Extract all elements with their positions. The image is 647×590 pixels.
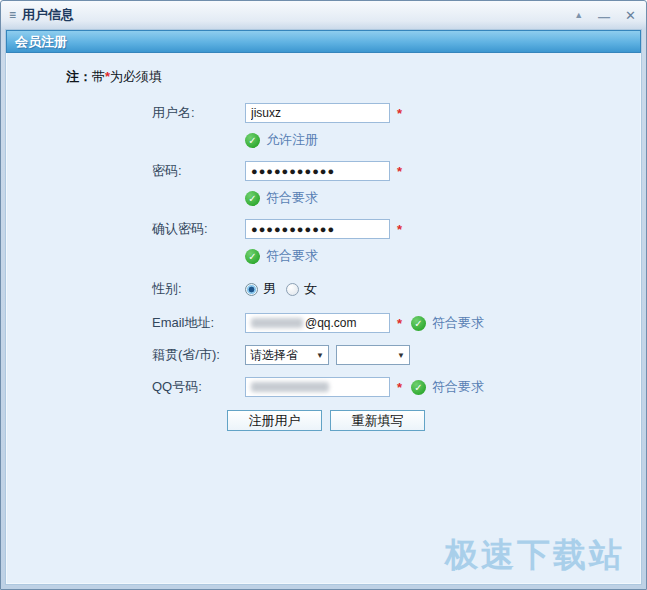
confirm-password-status: ✓ 符合要求 [245, 248, 641, 264]
gender-radio-group: 男 女 [245, 280, 317, 298]
qq-required-star: * [397, 380, 402, 395]
username-status-text: 允许注册 [266, 131, 318, 149]
qq-status-text: 符合要求 [432, 378, 484, 396]
note-before: 带 [92, 69, 105, 84]
password-label: 密码: [152, 162, 245, 180]
chevron-down-icon[interactable]: ▼ [393, 351, 409, 360]
check-circle-icon: ✓ [245, 133, 260, 148]
gender-female-label: 女 [304, 280, 317, 298]
username-status: ✓ 允许注册 [245, 132, 641, 148]
confirm-password-row: 确认密码: * [152, 218, 641, 240]
check-circle-icon: ✓ [411, 380, 426, 395]
qq-row: QQ号码: * ✓ 符合要求 [152, 376, 641, 398]
watermark: 极速下载站 [445, 533, 625, 578]
province-select[interactable]: 请选择省 ▼ [245, 345, 329, 365]
password-row: 密码: * [152, 160, 641, 182]
username-required-star: * [397, 106, 402, 121]
required-note: 注：带*为必须填 [66, 68, 641, 86]
gender-male-label: 男 [263, 280, 276, 298]
register-button[interactable]: 注册用户 [227, 410, 322, 431]
check-circle-icon: ✓ [411, 316, 426, 331]
minimize-button[interactable]: — [598, 11, 610, 23]
password-status-text: 符合要求 [266, 189, 318, 207]
registration-form: 用户名: * ✓ 允许注册 密码: * ✓ 符合要求 确认密码: [152, 102, 641, 431]
email-masked-text [251, 318, 303, 328]
qq-status: ✓ 符合要求 [411, 379, 484, 395]
email-input[interactable]: @qq.com [245, 313, 390, 333]
confirm-password-required-star: * [397, 222, 402, 237]
window-title: 用户信息 [22, 6, 74, 24]
password-status: ✓ 符合要求 [245, 190, 641, 206]
qq-masked-text [251, 382, 329, 392]
gender-label: 性别: [152, 280, 245, 298]
section-header: 会员注册 [6, 30, 641, 53]
check-circle-icon: ✓ [245, 191, 260, 206]
gender-option-female[interactable]: 女 [286, 280, 317, 298]
form-buttons-row: 注册用户 重新填写 [227, 410, 641, 431]
confirm-password-label: 确认密码: [152, 220, 245, 238]
window-controls: ▲ — ✕ [574, 9, 636, 22]
username-label: 用户名: [152, 104, 245, 122]
email-status-text: 符合要求 [432, 314, 484, 332]
email-suffix: @qq.com [305, 316, 357, 330]
window-menu-icon[interactable]: ≡ [9, 9, 16, 21]
email-status: ✓ 符合要求 [411, 315, 484, 331]
password-required-star: * [397, 164, 402, 179]
province-select-value: 请选择省 [246, 347, 298, 364]
radio-selected-icon[interactable] [245, 283, 258, 296]
close-button[interactable]: ✕ [625, 9, 636, 22]
refill-button[interactable]: 重新填写 [330, 410, 425, 431]
confirm-password-status-text: 符合要求 [266, 247, 318, 265]
collapse-button[interactable]: ▲ [574, 11, 583, 20]
email-row: Email地址: @qq.com * ✓ 符合要求 [152, 312, 641, 334]
check-circle-icon: ✓ [245, 249, 260, 264]
password-input[interactable] [245, 161, 390, 181]
city-select[interactable]: ▼ [336, 345, 410, 365]
user-info-window: ≡ 用户信息 ▲ — ✕ 会员注册 注：带*为必须填 用户名: * ✓ 允许注册 [0, 0, 647, 590]
region-label: 籍贯(省/市): [152, 346, 245, 364]
confirm-password-input[interactable] [245, 219, 390, 239]
username-row: 用户名: * [152, 102, 641, 124]
region-row: 籍贯(省/市): 请选择省 ▼ ▼ [152, 344, 641, 366]
qq-input[interactable] [245, 377, 390, 397]
gender-option-male[interactable]: 男 [245, 280, 276, 298]
note-after: 为必须填 [110, 69, 162, 84]
chevron-down-icon[interactable]: ▼ [312, 351, 328, 360]
email-label: Email地址: [152, 314, 245, 332]
title-bar[interactable]: ≡ 用户信息 ▲ — ✕ [1, 1, 646, 29]
radio-unselected-icon[interactable] [286, 283, 299, 296]
username-input[interactable] [245, 103, 390, 123]
qq-label: QQ号码: [152, 378, 245, 396]
content-panel: 会员注册 注：带*为必须填 用户名: * ✓ 允许注册 密码: * [5, 29, 642, 585]
gender-row: 性别: 男 女 [152, 278, 641, 300]
email-required-star: * [397, 316, 402, 331]
section-title: 会员注册 [15, 34, 67, 49]
note-label: 注： [66, 69, 92, 84]
